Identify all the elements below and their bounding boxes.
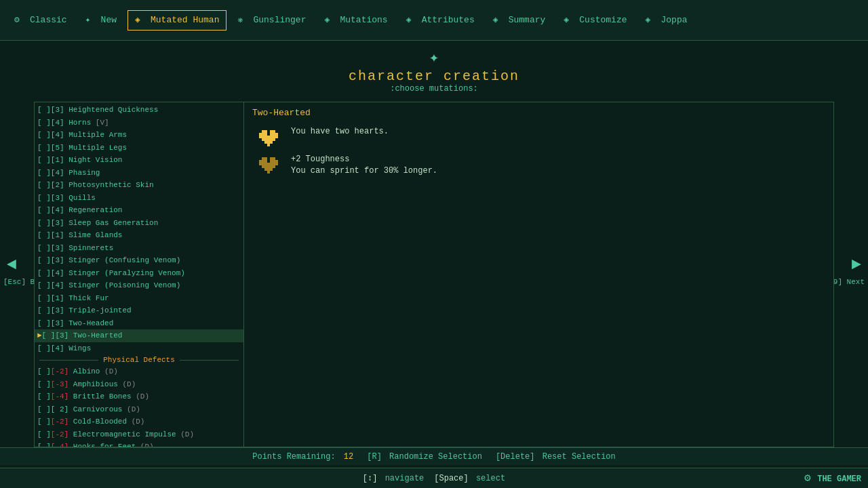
description-text-2: You can sprint for 30% longer. xyxy=(291,164,437,179)
svg-rect-9 xyxy=(270,157,275,160)
list-item[interactable]: [ ][-2] Albino (D) xyxy=(35,365,243,378)
heart-row-1: You have two hearts. xyxy=(259,125,389,146)
physical-defects-header: Physical Defects xyxy=(35,354,243,365)
list-item[interactable]: [ ][1] Thick Fur xyxy=(35,292,243,305)
svg-rect-11 xyxy=(270,160,278,163)
list-item[interactable]: [ ][5] Multiple Legs xyxy=(35,142,243,155)
nav-joppa-label: Joppa xyxy=(661,15,688,25)
nav-mutations[interactable]: ◈ Mutations xyxy=(317,10,395,30)
nav-joppa[interactable]: ◈ Joppa xyxy=(638,10,695,30)
svg-rect-2 xyxy=(259,133,267,136)
panels-container: [ ][3] Heightened Quickness [ ][4] Horns… xyxy=(34,102,834,447)
detail-description-2: +2 Toughness You can sprint for 30% long… xyxy=(291,152,437,179)
list-item[interactable]: ►[ ][3] Two-Hearted xyxy=(35,329,243,342)
svg-rect-0 xyxy=(262,130,267,133)
nav-classic[interactable]: ⚙ Classic xyxy=(7,10,75,30)
nav-summary[interactable]: ◈ Summary xyxy=(486,10,553,30)
next-arrow[interactable]: ► xyxy=(852,256,861,274)
list-item[interactable]: [ ][3] Heightened Quickness xyxy=(35,104,243,117)
svg-rect-5 xyxy=(262,138,275,141)
points-label: Points Remaining: 12 xyxy=(252,452,353,462)
list-item[interactable]: [ ][4] Wings xyxy=(35,342,243,355)
list-item[interactable]: [ ][ 2] Carnivorous (D) xyxy=(35,403,243,416)
list-item[interactable]: [ ][-4] Brittle Bones (D) xyxy=(35,390,243,403)
summary-icon: ◈ xyxy=(493,14,505,26)
list-item[interactable]: [ ][2] Photosynthetic Skin xyxy=(35,179,243,192)
attributes-icon: ◈ xyxy=(406,14,418,26)
hearts-container: You have two hearts. + xyxy=(259,125,825,184)
nav-attributes-label: Attributes xyxy=(422,15,475,25)
nav-new[interactable]: ✦ New xyxy=(78,10,124,30)
detail-panel: Two-Hearted You have two hearts. xyxy=(244,102,834,447)
svg-rect-4 xyxy=(259,136,278,138)
full-heart-icon xyxy=(259,125,281,146)
joppa-icon: ◈ xyxy=(646,14,658,26)
description-text-1: You have two hearts. xyxy=(291,125,389,140)
watermark-icon: ⚙ xyxy=(804,472,817,485)
page-title: character creation xyxy=(0,68,868,84)
svg-rect-12 xyxy=(259,163,278,165)
points-bar: Points Remaining: 12 [R] Randomize Selec… xyxy=(0,447,868,465)
nav-mutated-human[interactable]: ◈ Mutated Human xyxy=(127,10,226,30)
randomize-action[interactable]: [R] Randomize Selection xyxy=(367,452,482,462)
nav-attributes[interactable]: ◈ Attributes xyxy=(399,10,482,30)
main-content: ✦ character creation :choose mutations: … xyxy=(0,41,868,488)
watermark: ⚙ THE GAMER xyxy=(804,471,861,485)
points-value: 12 xyxy=(344,452,353,462)
top-navigation: ⚙ Classic ✦ New ◈ Mutated Human ❋ Gunsli… xyxy=(0,0,868,41)
svg-rect-3 xyxy=(270,133,278,136)
mutation-list[interactable]: [ ][3] Heightened Quickness [ ][4] Horns… xyxy=(34,102,244,447)
nav-mutations-label: Mutations xyxy=(340,15,387,25)
list-item[interactable]: [ ][-2] Electromagnetic Impulse (D) xyxy=(35,428,243,441)
list-item[interactable]: [ ][1] Slime Glands xyxy=(35,229,243,242)
nav-new-label: New xyxy=(101,15,117,25)
list-item[interactable]: [ ][3] Sleep Gas Generation xyxy=(35,217,243,230)
list-item[interactable]: [ ][3] Two-Headed xyxy=(35,317,243,330)
list-item[interactable]: [ ][4] Stinger (Paralyzing Venom) xyxy=(35,267,243,280)
svg-rect-1 xyxy=(270,130,275,133)
list-item[interactable]: [ ][3] Spinnerets xyxy=(35,242,243,255)
back-arrow-icon: ◄ xyxy=(7,256,16,274)
nav-classic-label: Classic xyxy=(30,15,67,25)
list-item[interactable]: [ ][4] Regeneration xyxy=(35,204,243,217)
list-item[interactable]: [ ][4] Horns [V] xyxy=(35,117,243,129)
footer-bar: [↕] navigate [Space] select xyxy=(0,468,868,488)
gunslinger-icon: ❋ xyxy=(237,14,250,26)
new-icon: ✦ xyxy=(85,14,98,26)
list-item[interactable]: [ ][4] Phasing xyxy=(35,167,243,180)
list-item[interactable]: [ ][1] Night Vision xyxy=(35,154,243,167)
svg-rect-15 xyxy=(267,171,270,174)
list-item[interactable]: [ ][3] Quills xyxy=(35,192,243,205)
mutated-human-icon: ◈ xyxy=(135,14,147,26)
title-area: ✦ character creation :choose mutations: xyxy=(0,41,868,97)
next-arrow-icon: ► xyxy=(852,256,861,274)
list-item[interactable]: [ ][4] Multiple Arms xyxy=(35,129,243,142)
svg-rect-6 xyxy=(264,141,273,144)
heart-row-2: +2 Toughness You can sprint for 30% long… xyxy=(259,152,437,179)
watermark-text: THE GAMER xyxy=(817,474,861,484)
list-item[interactable]: [ ][-3] Amphibious (D) xyxy=(35,378,243,391)
title-decoration-icon: ✦ xyxy=(0,47,868,67)
list-item[interactable]: [ ][3] Triple-jointed xyxy=(35,304,243,317)
svg-rect-10 xyxy=(259,160,267,163)
list-item[interactable]: [ ][3] Stinger (Confusing Venom) xyxy=(35,254,243,267)
list-item[interactable]: [ ][4] Stinger (Poisoning Venom) xyxy=(35,279,243,292)
list-item[interactable]: [ ][-4] Hooks for Feet (D) xyxy=(35,441,243,447)
back-arrow[interactable]: ◄ xyxy=(7,256,16,274)
mutations-icon: ◈ xyxy=(324,14,336,26)
reset-action[interactable]: [Delete] Reset Selection xyxy=(496,452,616,462)
page-subtitle: :choose mutations: xyxy=(0,84,868,94)
nav-gunslinger-label: Gunslinger xyxy=(253,15,306,25)
detail-description-1: You have two hearts. xyxy=(291,125,389,140)
nav-summary-label: Summary xyxy=(509,15,546,25)
classic-icon: ⚙ xyxy=(14,14,26,26)
list-item[interactable]: [ ][-2] Cold-Blooded (D) xyxy=(35,415,243,428)
detail-title: Two-Hearted xyxy=(252,108,825,118)
nav-customize[interactable]: ◈ Customize xyxy=(556,10,634,30)
nav-customize-label: Customize xyxy=(579,15,627,25)
select-hint: [Space] select xyxy=(434,474,505,483)
svg-rect-7 xyxy=(267,144,270,146)
svg-rect-8 xyxy=(262,157,267,160)
outline-heart-icon xyxy=(259,152,281,174)
nav-gunslinger[interactable]: ❋ Gunslinger xyxy=(230,10,313,30)
